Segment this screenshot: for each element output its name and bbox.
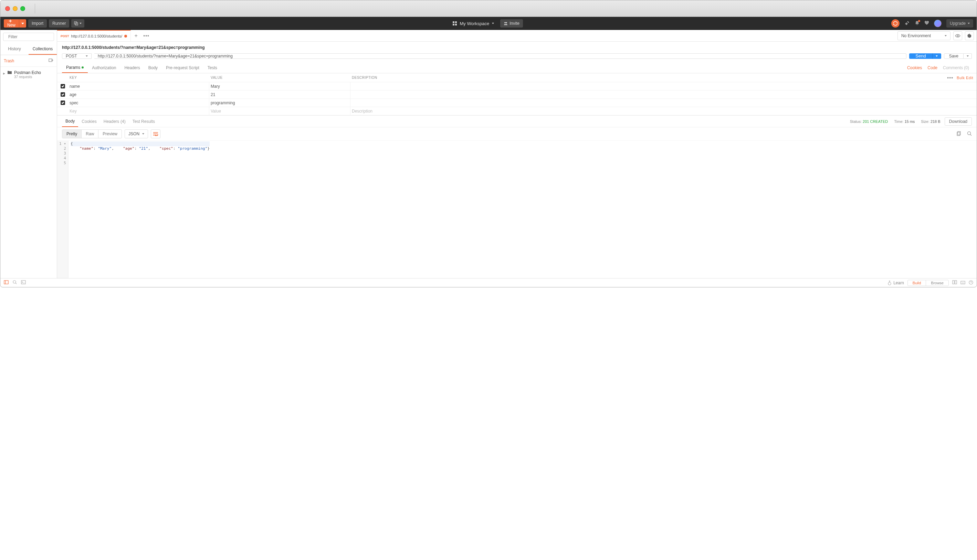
window-minimize-button[interactable] — [13, 6, 18, 11]
response-tab-tests[interactable]: Test Results — [129, 116, 158, 127]
sidebar-tab-collections[interactable]: Collections — [28, 44, 57, 55]
param-checkbox[interactable] — [61, 100, 65, 105]
expand-icon[interactable]: ▸ — [3, 71, 5, 79]
search-response-button[interactable] — [967, 131, 972, 137]
new-collection-icon[interactable] — [48, 58, 53, 64]
param-desc-placeholder[interactable]: Description — [350, 107, 977, 115]
param-key[interactable]: spec — [68, 99, 209, 107]
param-key[interactable]: name — [68, 82, 209, 90]
runner-button[interactable]: Runner — [49, 19, 69, 28]
tab-prerequest[interactable]: Pre-request Script — [162, 62, 203, 73]
environment-settings-button[interactable] — [965, 31, 974, 40]
sidebar-tab-history[interactable]: History — [0, 44, 28, 55]
method-label: POST — [66, 54, 77, 58]
workspace-label: My Workspace — [460, 21, 489, 26]
workspace-selector[interactable]: My Workspace — [453, 21, 494, 26]
svg-rect-31 — [961, 281, 965, 284]
window-close-button[interactable] — [5, 6, 10, 11]
environment-selector[interactable]: No Environment — [897, 31, 950, 40]
params-row[interactable]: nameMary — [57, 82, 977, 90]
chevron-down-icon — [492, 23, 494, 24]
send-button[interactable]: Send — [909, 53, 932, 59]
tab-params[interactable]: Params — [62, 62, 88, 73]
bootcamp-icon[interactable]: Learn — [887, 280, 904, 285]
response-tab-headers[interactable]: Headers (4) — [100, 116, 129, 127]
comments-link[interactable]: Comments (0) — [940, 65, 972, 70]
import-button[interactable]: Import — [28, 19, 47, 28]
param-checkbox[interactable] — [61, 92, 65, 97]
view-mode-raw[interactable]: Raw — [82, 130, 98, 138]
new-button-caret[interactable] — [19, 19, 26, 28]
tab-body[interactable]: Body — [144, 62, 162, 73]
mode-build[interactable]: Build — [908, 280, 926, 286]
param-value[interactable]: programming — [209, 99, 350, 107]
response-time: 15 ms — [904, 120, 915, 123]
download-button[interactable]: Download — [945, 117, 972, 126]
console-icon[interactable] — [21, 280, 26, 285]
param-description[interactable] — [350, 90, 977, 98]
param-value-placeholder[interactable]: Value — [209, 107, 350, 115]
save-button[interactable]: Save — [944, 53, 964, 59]
user-avatar[interactable] — [934, 20, 942, 27]
heart-icon[interactable] — [924, 21, 929, 27]
code-link[interactable]: Code — [925, 65, 940, 70]
tab-options-button[interactable]: ••• — [141, 30, 152, 41]
response-tab-cookies[interactable]: Cookies — [78, 116, 100, 127]
environment-label: No Environment — [901, 33, 931, 38]
sync-status-icon[interactable] — [891, 19, 900, 28]
url-input[interactable] — [94, 53, 907, 59]
mode-browse[interactable]: Browse — [926, 280, 949, 286]
params-table: KEY VALUE DESCRIPTION ••• Bulk Edit name… — [57, 73, 977, 116]
copy-response-button[interactable] — [957, 131, 962, 137]
content-type-selector[interactable]: JSON — [125, 129, 148, 138]
view-mode-preview[interactable]: Preview — [98, 130, 122, 138]
param-description[interactable] — [350, 99, 977, 107]
send-button-caret[interactable] — [932, 53, 941, 59]
params-row[interactable]: specprogramming — [57, 99, 977, 107]
environment-quicklook-button[interactable] — [953, 31, 962, 40]
param-value[interactable]: 21 — [209, 90, 350, 98]
cookies-link[interactable]: Cookies — [904, 65, 925, 70]
request-tab[interactable]: POST http://127.0.0.1:5000/students/ — [57, 30, 131, 41]
svg-rect-16 — [153, 132, 158, 133]
keyboard-shortcuts-icon[interactable] — [960, 280, 965, 285]
statusbar: Learn Build Browse — [0, 278, 977, 287]
view-mode-pretty[interactable]: Pretty — [62, 130, 82, 138]
svg-point-8 — [504, 22, 506, 23]
params-options-button[interactable]: ••• — [947, 75, 953, 80]
sidebar-toggle-icon[interactable] — [4, 280, 8, 285]
satellite-icon[interactable] — [904, 20, 910, 27]
filter-input-wrapper[interactable] — [3, 33, 54, 41]
svg-line-22 — [970, 134, 972, 136]
param-key[interactable]: age — [68, 90, 209, 98]
filter-input[interactable] — [8, 34, 60, 39]
wrap-lines-button[interactable] — [151, 129, 160, 138]
two-pane-icon[interactable] — [952, 280, 957, 285]
method-selector[interactable]: POST — [62, 53, 92, 59]
response-tab-body[interactable]: Body — [62, 116, 78, 127]
collection-item[interactable]: ▸ Postman Echo 37 requests — [0, 67, 57, 82]
new-button[interactable]: New — [4, 19, 26, 28]
upgrade-button[interactable]: Upgrade — [946, 19, 973, 28]
invite-button[interactable]: Invite — [500, 19, 523, 28]
tab-tests[interactable]: Tests — [203, 62, 221, 73]
find-icon[interactable] — [13, 280, 17, 285]
help-icon[interactable] — [969, 280, 973, 286]
notifications-icon[interactable] — [915, 21, 920, 27]
bulk-edit-link[interactable]: Bulk Edit — [957, 76, 973, 80]
capture-button[interactable] — [71, 19, 84, 28]
save-button-caret[interactable] — [964, 53, 972, 59]
params-row-new[interactable]: Key Value Description — [57, 107, 977, 115]
request-tab-url: http://127.0.0.1:5000/students/ — [71, 34, 123, 38]
param-key-placeholder[interactable]: Key — [68, 107, 209, 115]
params-row[interactable]: age21 — [57, 90, 977, 99]
response-body[interactable]: 1 ▾ 2 3 4 5 { "name": "Mary", "age": "21… — [57, 141, 977, 278]
new-tab-button[interactable]: + — [131, 30, 141, 41]
window-zoom-button[interactable] — [20, 6, 25, 11]
trash-link[interactable]: Trash — [4, 58, 14, 63]
tab-authorization[interactable]: Authorization — [88, 62, 120, 73]
param-checkbox[interactable] — [61, 84, 65, 88]
param-value[interactable]: Mary — [209, 82, 350, 90]
param-description[interactable] — [350, 82, 977, 90]
tab-headers[interactable]: Headers — [120, 62, 144, 73]
